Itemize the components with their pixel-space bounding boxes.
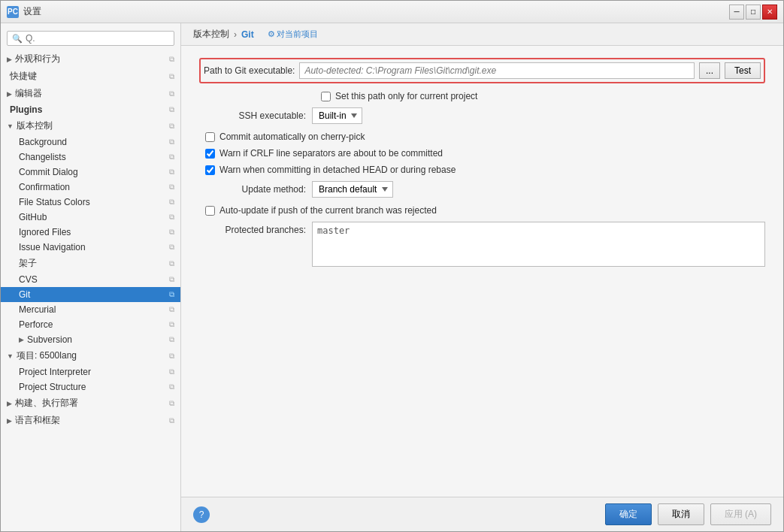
collapse-arrow-languages: ▶ bbox=[7, 417, 12, 425]
sidebar-label-changelists: Changelists bbox=[19, 152, 166, 162]
update-method-label: Update method: bbox=[199, 184, 312, 195]
sidebar-item-appearance[interactable]: ▶ 外观和行为 ⧉ bbox=[1, 50, 180, 68]
test-button[interactable]: Test bbox=[725, 62, 761, 79]
collapse-arrow-build: ▶ bbox=[7, 400, 12, 407]
sidebar-item-languages[interactable]: ▶ 语言和框架 ⧉ bbox=[1, 412, 180, 429]
sidebar-item-issue-navigation[interactable]: Issue Navigation ⧉ bbox=[1, 240, 180, 255]
copy-icon-cvs: ⧉ bbox=[169, 275, 174, 284]
right-panel: 版本控制 › Git ⚙ 对当前项目 Path to Git executabl… bbox=[181, 23, 783, 531]
auto-update-label: Auto-update if push of the current branc… bbox=[219, 205, 437, 216]
copy-icon-project-structure: ⧉ bbox=[169, 382, 174, 391]
sidebar-label-git: Git bbox=[19, 289, 166, 300]
sidebar-label-project-interpreter: Project Interpreter bbox=[19, 367, 166, 377]
warn-crlf-checkbox[interactable] bbox=[205, 149, 215, 159]
expand-arrow-project: ▼ bbox=[7, 352, 14, 360]
confirm-button[interactable]: 确定 bbox=[605, 503, 652, 525]
sidebar-item-plugins[interactable]: Plugins ⧉ bbox=[1, 102, 180, 117]
auto-update-checkbox[interactable] bbox=[205, 206, 215, 216]
copy-icon-jiazi: ⧉ bbox=[169, 259, 174, 268]
sidebar: 🔍 ▶ 外观和行为 ⧉ 快捷键 ⧉ ▶ 编辑器 ⧉ Plugins ⧉ bbox=[1, 23, 181, 531]
protected-branches-row: Protected branches: master bbox=[199, 222, 765, 267]
sidebar-label-file-status-colors: File Status Colors bbox=[19, 197, 166, 207]
set-path-checkbox[interactable] bbox=[321, 92, 331, 101]
sidebar-item-project-interpreter[interactable]: Project Interpreter ⧉ bbox=[1, 364, 180, 379]
warn-detached-label: Warn when committing in detached HEAD or… bbox=[219, 165, 456, 175]
expand-arrow-subversion: ▶ bbox=[19, 336, 24, 343]
sidebar-label-commit-dialog: Commit Dialog bbox=[19, 167, 166, 177]
sidebar-item-mercurial[interactable]: Mercurial ⧉ bbox=[1, 302, 180, 317]
copy-icon-vcs: ⧉ bbox=[169, 122, 174, 131]
sidebar-label-background: Background bbox=[19, 137, 166, 147]
expand-arrow-vcs: ▼ bbox=[7, 122, 14, 130]
sidebar-item-subversion[interactable]: ▶ Subversion ⧉ bbox=[1, 332, 180, 347]
copy-icon-github: ⧉ bbox=[169, 213, 174, 222]
copy-icon-build: ⧉ bbox=[169, 399, 174, 408]
breadcrumb-link[interactable]: ⚙ 对当前项目 bbox=[268, 29, 318, 40]
copy-icon-perforce: ⧉ bbox=[169, 320, 174, 329]
title-bar: PC 设置 ─ □ ✕ bbox=[1, 1, 783, 23]
protected-branches-input[interactable]: master bbox=[312, 222, 765, 267]
sidebar-item-ignored-files[interactable]: Ignored Files ⧉ bbox=[1, 225, 180, 240]
copy-icon-subversion: ⧉ bbox=[169, 335, 174, 344]
sidebar-item-file-status-colors[interactable]: File Status Colors ⧉ bbox=[1, 195, 180, 210]
warn-crlf-row: Warn if CRLF line separators are about t… bbox=[205, 148, 765, 159]
sidebar-item-perforce[interactable]: Perforce ⧉ bbox=[1, 317, 180, 332]
window-title: 设置 bbox=[23, 5, 41, 18]
sidebar-item-vcs[interactable]: ▼ 版本控制 ⧉ bbox=[1, 117, 180, 135]
sidebar-item-git[interactable]: Git ⧉ bbox=[1, 287, 180, 302]
copy-icon-languages: ⧉ bbox=[169, 416, 174, 425]
browse-button[interactable]: ... bbox=[699, 62, 720, 79]
maximize-button[interactable]: □ bbox=[746, 5, 761, 20]
search-input[interactable] bbox=[26, 33, 169, 44]
copy-icon-editor: ⧉ bbox=[169, 89, 174, 98]
copy-icon-appearance: ⧉ bbox=[169, 55, 174, 64]
close-button[interactable]: ✕ bbox=[762, 5, 777, 20]
content-area: 🔍 ▶ 外观和行为 ⧉ 快捷键 ⧉ ▶ 编辑器 ⧉ Plugins ⧉ bbox=[1, 23, 783, 531]
breadcrumb-git[interactable]: Git bbox=[241, 29, 254, 40]
copy-icon-project-interpreter: ⧉ bbox=[169, 367, 174, 376]
breadcrumb-separator: › bbox=[234, 29, 237, 40]
sidebar-item-keymap[interactable]: 快捷键 ⧉ bbox=[1, 68, 180, 85]
minimize-button[interactable]: ─ bbox=[729, 5, 744, 20]
update-method-dropdown[interactable]: Branch default Merge Rebase bbox=[312, 181, 393, 198]
set-path-label: Set this path only for current project bbox=[335, 91, 477, 101]
breadcrumb-vcs[interactable]: 版本控制 bbox=[193, 28, 229, 41]
sidebar-item-jiazi[interactable]: 架子 ⧉ bbox=[1, 255, 180, 272]
copy-icon-project: ⧉ bbox=[169, 352, 174, 361]
cancel-button[interactable]: 取消 bbox=[658, 503, 704, 525]
warn-detached-checkbox[interactable] bbox=[205, 165, 215, 175]
sidebar-item-commit-dialog[interactable]: Commit Dialog ⧉ bbox=[1, 165, 180, 180]
search-box[interactable]: 🔍 bbox=[7, 31, 174, 46]
sidebar-item-cvs[interactable]: CVS ⧉ bbox=[1, 272, 180, 287]
commit-auto-row: Commit automatically on cherry-pick bbox=[205, 131, 765, 142]
git-path-input[interactable] bbox=[299, 62, 695, 79]
warn-crlf-label: Warn if CRLF line separators are about t… bbox=[219, 148, 443, 159]
ssh-row: SSH executable: Built-in Native bbox=[199, 107, 765, 124]
update-method-row: Update method: Branch default Merge Reba… bbox=[199, 181, 765, 198]
set-path-row: Set this path only for current project bbox=[321, 91, 765, 101]
sidebar-item-build[interactable]: ▶ 构建、执行部署 ⧉ bbox=[1, 394, 180, 412]
breadcrumb: 版本控制 › Git ⚙ 对当前项目 bbox=[181, 23, 783, 46]
sidebar-label-languages: 语言和框架 bbox=[15, 414, 166, 427]
sidebar-item-changelists[interactable]: Changelists ⧉ bbox=[1, 150, 180, 165]
copy-icon-plugins: ⧉ bbox=[169, 105, 174, 114]
apply-button[interactable]: 应用 (A) bbox=[710, 503, 771, 525]
sidebar-item-background[interactable]: Background ⧉ bbox=[1, 135, 180, 150]
sidebar-label-confirmation: Confirmation bbox=[19, 182, 166, 192]
sidebar-item-confirmation[interactable]: Confirmation ⧉ bbox=[1, 180, 180, 195]
sidebar-label-project: 项目: 6500lang bbox=[17, 349, 166, 362]
sidebar-item-editor[interactable]: ▶ 编辑器 ⧉ bbox=[1, 85, 180, 102]
sidebar-label-appearance: 外观和行为 bbox=[15, 53, 166, 65]
sidebar-label-perforce: Perforce bbox=[19, 319, 166, 330]
sidebar-label-issue-navigation: Issue Navigation bbox=[19, 242, 166, 252]
commit-auto-checkbox[interactable] bbox=[205, 132, 215, 142]
help-button[interactable]: ? bbox=[193, 506, 210, 523]
copy-icon-ignored-files: ⧉ bbox=[169, 228, 174, 237]
title-bar-left: PC 设置 bbox=[7, 5, 41, 18]
warn-detached-row: Warn when committing in detached HEAD or… bbox=[205, 165, 765, 175]
commit-auto-label: Commit automatically on cherry-pick bbox=[219, 131, 365, 142]
sidebar-item-github[interactable]: GitHub ⧉ bbox=[1, 210, 180, 225]
ssh-dropdown[interactable]: Built-in Native bbox=[312, 107, 362, 124]
sidebar-item-project-structure[interactable]: Project Structure ⧉ bbox=[1, 379, 180, 394]
sidebar-item-project[interactable]: ▼ 项目: 6500lang ⧉ bbox=[1, 347, 180, 364]
